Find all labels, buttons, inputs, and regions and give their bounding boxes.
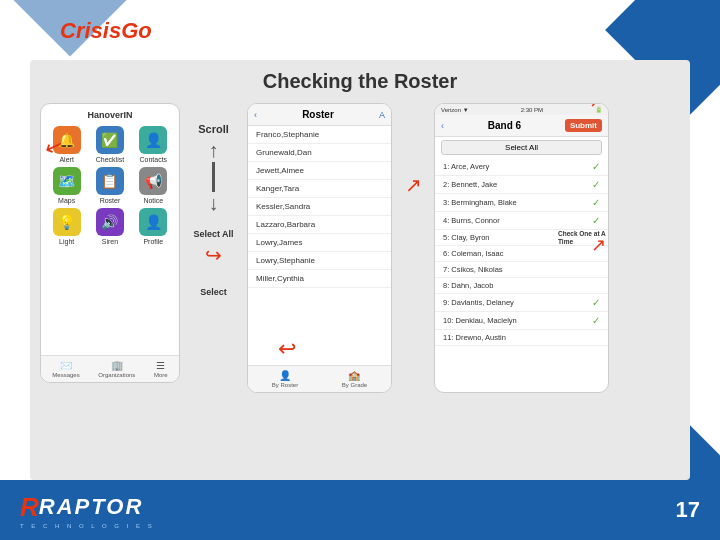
by-grade-label: By Grade (342, 382, 367, 388)
list-item: 6: Coleman, Isaac (435, 246, 608, 262)
list-item: 11: Drewno, Austin (435, 330, 608, 346)
list-item: Kessler,Sandra (248, 198, 391, 216)
time-label: 2:30 PM (521, 107, 543, 113)
select-all-button[interactable]: Select All (441, 140, 602, 155)
checklist-label: Checklist (96, 156, 124, 163)
phone1: ↙ HanoverIN 🔔 Alert ✅ Checklist 👤 Contac… (40, 103, 180, 383)
light-label: Light (59, 238, 74, 245)
checkmark-icon: ✓ (592, 161, 600, 172)
phone1-more: ☰ More (154, 360, 168, 378)
phone2-footer: 👤 By Roster 🏫 By Grade (248, 365, 391, 392)
by-grade-tab[interactable]: 🏫 By Grade (342, 370, 367, 388)
person-name: 10: Denklau, Maclelyn (443, 316, 517, 325)
list-item: 9: Davlantis, Delaney ✓ (435, 294, 608, 312)
list-item: Franco,Stephanie (248, 126, 391, 144)
arrow-up-icon: ↑ (209, 139, 219, 162)
maps-label: Maps (58, 197, 75, 204)
bottom-bar: R RAPTOR T E C H N O L O G I E S 17 (0, 480, 720, 540)
phone1-bottom-bar: ✉️ Messages 🏢 Organizations ☰ More (41, 355, 179, 382)
messages-icon: ✉️ (60, 360, 72, 371)
phone3-title: Band 6 (488, 120, 521, 131)
logo: CrisisGo (60, 18, 152, 44)
select-side-label: Select (200, 287, 227, 297)
raptor-name: RAPTOR (39, 494, 144, 520)
list-item: 5: Clay, Byron Check One at A Time (435, 230, 608, 246)
phone3-back-button[interactable]: ‹ (441, 121, 444, 131)
phone3-header: ‹ Band 6 Submit (435, 115, 608, 137)
list-item: 7: Csikos, Nikolas (435, 262, 608, 278)
logo-text: CrisisGo (60, 18, 152, 43)
phone1-grid: 🔔 Alert ✅ Checklist 👤 Contacts 🗺️ Maps 📋 (47, 126, 173, 245)
scroll-label: Scroll (198, 123, 229, 135)
more-label: More (154, 372, 168, 378)
phone3: Submit ↗ Verizon ▼ 2:30 PM 🔋 ‹ Band 6 Su… (434, 103, 609, 393)
person-name: 11: Drewno, Austin (443, 333, 506, 342)
list-item: Grunewald,Dan (248, 144, 391, 162)
list-item: Miller,Cynthia (248, 270, 391, 288)
person-name: 6: Coleman, Isaac (443, 249, 503, 258)
red-arrow-checkmark: ↗ (591, 234, 606, 256)
submit-button[interactable]: Submit (565, 119, 602, 132)
person-name: 1: Arce, Avery (443, 162, 489, 171)
maps-icon: 🗺️ (53, 167, 81, 195)
siren-label: Siren (102, 238, 118, 245)
notice-icon: 📢 (139, 167, 167, 195)
list-item: 1: Arce, Avery ✓ (435, 158, 608, 176)
list-item: 🗺️ Maps (47, 167, 86, 204)
logo-text-go: Go (121, 18, 152, 43)
main-content: Checking the Roster ↙ HanoverIN 🔔 Alert … (30, 60, 690, 480)
person-name: 5: Clay, Byron (443, 233, 490, 242)
scroll-select-area: Scroll ↑ ↓ Select All ↪ Select (186, 103, 241, 317)
arrow-shaft (212, 162, 215, 192)
middle-area-2: ↗ (398, 103, 428, 197)
phone2-letter: A (379, 110, 385, 120)
list-item: 👤 Contacts (134, 126, 173, 163)
raptor-sub: T E C H N O L O G I E S (20, 523, 155, 529)
profile-label: Profile (143, 238, 163, 245)
by-roster-tab[interactable]: 👤 By Roster (272, 370, 298, 388)
phone2-title: Roster (257, 109, 379, 120)
phone3-list: 1: Arce, Avery ✓ 2: Bennett, Jake ✓ 3: B… (435, 158, 608, 370)
scroll-arrow: ↑ ↓ (209, 139, 219, 215)
list-item: Kanger,Tara (248, 180, 391, 198)
curved-arrow-icon: ↪ (205, 243, 222, 267)
section-title: Checking the Roster (40, 70, 680, 93)
organizations-icon: 🏢 (111, 360, 123, 371)
notice-label: Notice (143, 197, 163, 204)
red-arrow-to-phone3: ↗ (405, 173, 422, 197)
roster-icon: 📋 (96, 167, 124, 195)
phones-container: ↙ HanoverIN 🔔 Alert ✅ Checklist 👤 Contac… (40, 103, 680, 468)
red-arrow-submit: ↗ (589, 103, 604, 112)
contacts-label: Contacts (140, 156, 168, 163)
raptor-r-icon: R (20, 492, 39, 523)
person-name: 4: Burns, Connor (443, 216, 500, 225)
checklist-icon: ✅ (96, 126, 124, 154)
roster-label: Roster (100, 197, 121, 204)
contacts-icon: 👤 (139, 126, 167, 154)
alert-label: Alert (59, 156, 73, 163)
checkmark-icon: ✓ (592, 179, 600, 190)
more-icon: ☰ (156, 360, 165, 371)
list-item: ✅ Checklist (90, 126, 129, 163)
select-all-side-label: Select All (193, 229, 233, 239)
list-item: Jewett,Aimee (248, 162, 391, 180)
page-number: 17 (676, 497, 700, 523)
siren-icon: 🔊 (96, 208, 124, 236)
list-item: 📋 Roster (90, 167, 129, 204)
person-name: 3: Bermingham, Blake (443, 198, 517, 207)
person-name: 8: Dahn, Jacob (443, 281, 493, 290)
person-name: 7: Csikos, Nikolas (443, 265, 503, 274)
checkmark-icon: ✓ (592, 315, 600, 326)
phone1-messages: ✉️ Messages (52, 360, 79, 378)
phone1-header: HanoverIN (47, 110, 173, 120)
list-item: Lowry,Stephanie (248, 252, 391, 270)
checkmark-icon: ✓ (592, 297, 600, 308)
list-item: Lowry,James (248, 234, 391, 252)
list-item: 👤 Profile (134, 208, 173, 245)
list-item: Lazzaro,Barbara (248, 216, 391, 234)
raptor-logo-text-row: R RAPTOR (20, 492, 143, 523)
list-item: 10: Denklau, Maclelyn ✓ (435, 312, 608, 330)
person-name: 9: Davlantis, Delaney (443, 298, 514, 307)
list-item: 4: Burns, Connor ✓ (435, 212, 608, 230)
phone2: ‹ Roster A Franco,Stephanie Grunewald,Da… (247, 103, 392, 393)
